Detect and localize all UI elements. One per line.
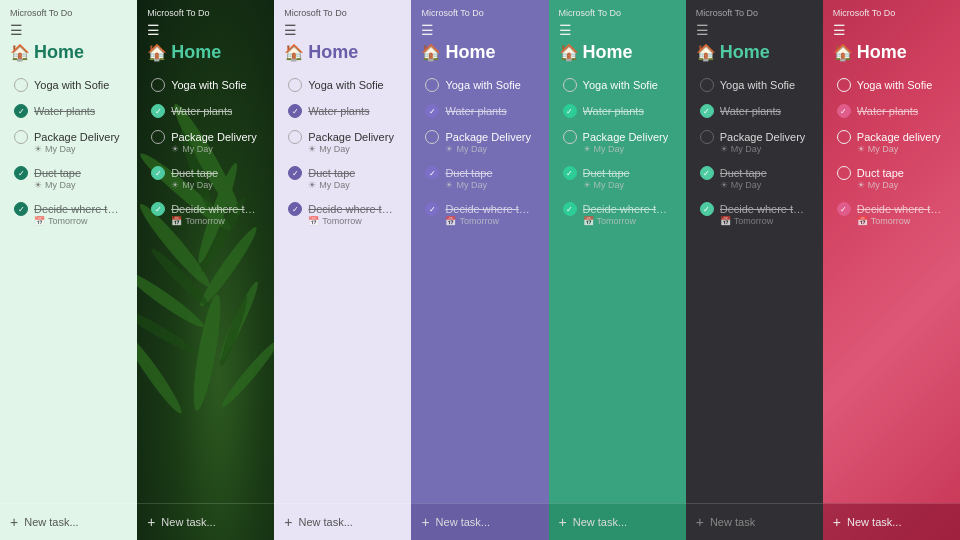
- task-checkbox[interactable]: [288, 78, 302, 92]
- task-checkbox-checked[interactable]: ✓: [563, 104, 577, 118]
- task-checkbox[interactable]: [837, 130, 851, 144]
- hamburger-menu-1[interactable]: ☰: [10, 22, 127, 38]
- task-item[interactable]: Duct tape ☀My Day: [831, 161, 952, 195]
- task-item[interactable]: ✓ Duct tape ☀My Day: [8, 161, 129, 195]
- task-checkbox-checked[interactable]: ✓: [837, 202, 851, 216]
- task-item[interactable]: Yoga with Sofie: [419, 73, 540, 97]
- hamburger-menu-3[interactable]: ☰: [284, 22, 401, 38]
- task-checkbox[interactable]: [700, 78, 714, 92]
- task-item[interactable]: Yoga with Sofie: [8, 73, 129, 97]
- task-checkbox[interactable]: [837, 78, 851, 92]
- task-name: Decide where to go-for-t...: [720, 203, 809, 215]
- task-item[interactable]: Package Delivery ☀My Day: [145, 125, 266, 159]
- task-checkbox-checked[interactable]: ✓: [288, 166, 302, 180]
- task-item[interactable]: ✓ Duct tape ☀My Day: [419, 161, 540, 195]
- task-checkbox[interactable]: [151, 130, 165, 144]
- task-checkbox-checked[interactable]: ✓: [288, 202, 302, 216]
- new-task-bar-7[interactable]: + New task...: [823, 503, 960, 540]
- task-item[interactable]: Yoga with Sofie: [145, 73, 266, 97]
- task-checkbox-checked[interactable]: ✓: [563, 166, 577, 180]
- task-sub: ☀My Day: [34, 180, 123, 190]
- task-checkbox-checked[interactable]: ✓: [700, 166, 714, 180]
- new-task-bar-1[interactable]: + New task...: [0, 503, 137, 540]
- hamburger-menu-6[interactable]: ☰: [696, 22, 813, 38]
- task-checkbox-checked[interactable]: ✓: [700, 104, 714, 118]
- new-task-label: New task...: [436, 516, 490, 528]
- task-item[interactable]: ✓ Water plants: [831, 99, 952, 123]
- task-checkbox[interactable]: [14, 130, 28, 144]
- task-item[interactable]: ✓ Water plants: [694, 99, 815, 123]
- hamburger-menu-5[interactable]: ☰: [559, 22, 676, 38]
- task-checkbox[interactable]: [288, 130, 302, 144]
- task-item[interactable]: Yoga with Sofie: [831, 73, 952, 97]
- task-item[interactable]: ✓ Duct tape ☀My Day: [694, 161, 815, 195]
- task-name: Decide where to go-fo...: [308, 203, 397, 215]
- task-item[interactable]: ✓ Water plants: [8, 99, 129, 123]
- task-name: Yoga with Sofie: [857, 79, 932, 91]
- home-emoji-5: 🏠: [559, 43, 579, 62]
- task-item[interactable]: ✓ Duct tape ☀My Day: [557, 161, 678, 195]
- task-list-6: Yoga with Sofie ✓ Water plants Package D…: [686, 73, 823, 503]
- task-sub: 📅Tomorrow: [34, 216, 123, 226]
- new-task-bar-2[interactable]: + New task...: [137, 503, 274, 540]
- task-checkbox-checked[interactable]: ✓: [700, 202, 714, 216]
- task-item[interactable]: Package Delivery ☀My Day: [282, 125, 403, 159]
- task-checkbox[interactable]: [563, 78, 577, 92]
- task-checkbox[interactable]: [425, 130, 439, 144]
- task-checkbox[interactable]: [837, 166, 851, 180]
- task-item[interactable]: Package Delivery ☀My Day: [419, 125, 540, 159]
- new-task-bar-5[interactable]: + New task...: [549, 503, 686, 540]
- task-item[interactable]: ✓ Water plants: [419, 99, 540, 123]
- task-item[interactable]: Yoga with Sofie: [557, 73, 678, 97]
- task-item[interactable]: ✓ Decide where to go-for-t... 📅Tomorrow: [694, 197, 815, 231]
- task-checkbox-checked[interactable]: ✓: [14, 166, 28, 180]
- new-task-bar-4[interactable]: + New task...: [411, 503, 548, 540]
- task-checkbox-checked[interactable]: ✓: [151, 104, 165, 118]
- task-item[interactable]: ✓ Decide where to go-fo... 📅Tomorrow: [145, 197, 266, 231]
- task-item[interactable]: ✓ Duct tape ☀My Day: [145, 161, 266, 195]
- task-item[interactable]: ✓ Decide where to go... 📅Tomorrow: [8, 197, 129, 231]
- task-item[interactable]: ✓ Decide where to go-fo... 📅Tomorrow: [282, 197, 403, 231]
- task-checkbox-checked[interactable]: ✓: [288, 104, 302, 118]
- task-checkbox-checked[interactable]: ✓: [14, 104, 28, 118]
- task-item[interactable]: ✓ Water plants: [557, 99, 678, 123]
- home-emoji-4: 🏠: [421, 43, 441, 62]
- task-checkbox[interactable]: [14, 78, 28, 92]
- task-checkbox-checked[interactable]: ✓: [425, 202, 439, 216]
- task-checkbox-checked[interactable]: ✓: [14, 202, 28, 216]
- task-checkbox[interactable]: [700, 130, 714, 144]
- task-sub: 📅Tomorrow: [583, 216, 672, 226]
- task-item[interactable]: Package delivery ☀My Day: [831, 125, 952, 159]
- hamburger-menu-2[interactable]: ☰: [147, 22, 264, 38]
- task-item[interactable]: Yoga with Sofie: [282, 73, 403, 97]
- task-sub: ☀My Day: [171, 144, 260, 154]
- task-item[interactable]: ✓ Water plants: [282, 99, 403, 123]
- new-task-bar-3[interactable]: + New task...: [274, 503, 411, 540]
- task-checkbox-checked[interactable]: ✓: [151, 166, 165, 180]
- task-checkbox-checked[interactable]: ✓: [563, 202, 577, 216]
- task-checkbox-checked[interactable]: ✓: [151, 202, 165, 216]
- task-item[interactable]: Package Delivery ☀My Day: [8, 125, 129, 159]
- task-checkbox[interactable]: [151, 78, 165, 92]
- task-item[interactable]: Package Delivery ☀My Day: [694, 125, 815, 159]
- task-name: Duct tape: [308, 167, 355, 179]
- task-item[interactable]: ✓ Duct tape ☀My Day: [282, 161, 403, 195]
- task-item[interactable]: Yoga with Sofie: [694, 73, 815, 97]
- task-name: Package Delivery: [171, 131, 257, 143]
- task-name: Duct tape: [583, 167, 630, 179]
- task-checkbox[interactable]: [425, 78, 439, 92]
- task-checkbox-checked[interactable]: ✓: [425, 104, 439, 118]
- task-item[interactable]: Package Delivery ☀My Day: [557, 125, 678, 159]
- task-item[interactable]: ✓ Water plants: [145, 99, 266, 123]
- task-item[interactable]: ✓ Decide where to go-fo... 📅Tomorrow: [557, 197, 678, 231]
- task-checkbox-checked[interactable]: ✓: [837, 104, 851, 118]
- hamburger-menu-4[interactable]: ☰: [421, 22, 538, 38]
- task-item[interactable]: ✓ Decide where to go-fo... 📅Tomorrow: [419, 197, 540, 231]
- task-checkbox[interactable]: [563, 130, 577, 144]
- task-item[interactable]: ✓ Decide where to go-fo... 📅Tomorrow: [831, 197, 952, 231]
- task-name: Decide where to go-fo...: [857, 203, 946, 215]
- hamburger-menu-7[interactable]: ☰: [833, 22, 950, 38]
- task-checkbox-checked[interactable]: ✓: [425, 166, 439, 180]
- new-task-label: New task...: [298, 516, 352, 528]
- new-task-bar-6[interactable]: + New task: [686, 503, 823, 540]
